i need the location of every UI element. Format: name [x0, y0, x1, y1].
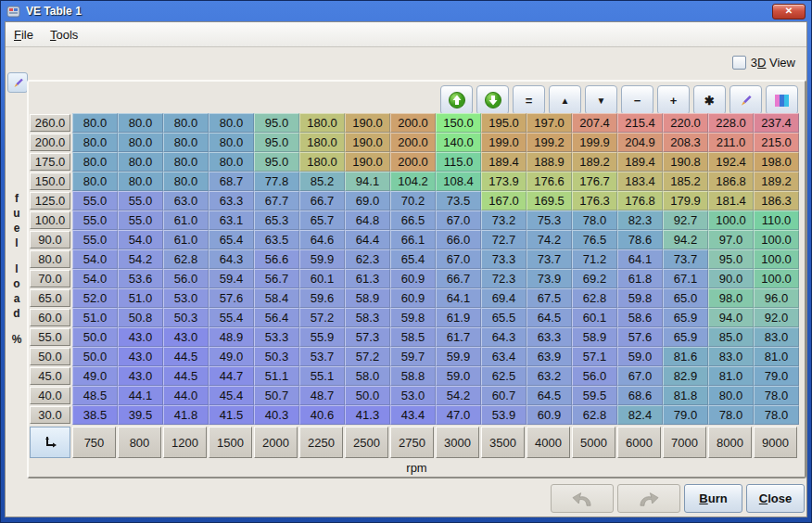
table-cell[interactable]: 55.0	[72, 191, 118, 210]
table-cell[interactable]: 80.0	[118, 152, 163, 172]
view-3d-checkbox[interactable]	[732, 56, 746, 70]
table-cell[interactable]: 48.7	[299, 386, 345, 405]
table-cell[interactable]: 67.0	[436, 249, 481, 269]
table-cell[interactable]: 80.0	[72, 113, 118, 133]
increase-value-button[interactable]: ▲	[549, 85, 581, 115]
table-cell[interactable]: 211.0	[708, 133, 754, 152]
table-cell[interactable]: 73.2	[481, 210, 527, 230]
table-cell[interactable]: 58.5	[390, 327, 436, 347]
table-cell[interactable]: 56.4	[254, 308, 299, 327]
table-cell[interactable]: 55.0	[118, 191, 163, 210]
row-header[interactable]: 175.0	[30, 153, 70, 171]
table-cell[interactable]: 67.7	[254, 191, 299, 210]
multiply-button[interactable]: ✱	[693, 85, 726, 115]
table-cell[interactable]: 95.0	[254, 113, 299, 133]
table-cell[interactable]: 53.6	[118, 269, 163, 288]
edit-cell-button[interactable]	[730, 85, 762, 115]
table-cell[interactable]: 53.3	[254, 327, 299, 347]
table-cell[interactable]: 90.0	[708, 269, 754, 288]
table-cell[interactable]: 49.0	[209, 347, 254, 366]
table-cell[interactable]: 76.5	[572, 230, 617, 249]
row-header[interactable]: 65.0	[30, 289, 70, 307]
export-table-button[interactable]	[440, 85, 473, 115]
table-cell[interactable]: 43.4	[390, 405, 436, 425]
table-cell[interactable]: 78.6	[617, 230, 663, 249]
table-cell[interactable]: 64.1	[617, 249, 663, 269]
table-cell[interactable]: 54.2	[118, 249, 163, 269]
table-cell[interactable]: 55.0	[72, 210, 118, 230]
table-cell[interactable]: 72.7	[481, 230, 527, 249]
col-header[interactable]: 2250	[299, 427, 343, 458]
table-cell[interactable]: 83.0	[754, 327, 799, 347]
table-cell[interactable]: 40.6	[299, 405, 345, 425]
table-cell[interactable]: 63.5	[254, 230, 299, 249]
table-cell[interactable]: 63.1	[209, 210, 254, 230]
table-cell[interactable]: 192.4	[708, 152, 754, 172]
table-cell[interactable]: 208.3	[663, 133, 708, 152]
table-cell[interactable]: 82.9	[663, 366, 708, 386]
table-cell[interactable]: 52.0	[72, 288, 118, 308]
decrease-value-button[interactable]: ▼	[585, 85, 617, 115]
table-cell[interactable]: 59.5	[572, 386, 617, 405]
table-cell[interactable]: 50.0	[72, 327, 118, 347]
title-bar[interactable]: VE Table 1 ✕	[1, 1, 811, 21]
table-cell[interactable]: 65.9	[663, 327, 708, 347]
table-cell[interactable]: 58.4	[254, 288, 299, 308]
table-cell[interactable]: 44.5	[163, 366, 209, 386]
table-cell[interactable]: 50.8	[118, 308, 163, 327]
table-cell[interactable]: 74.2	[527, 230, 572, 249]
table-cell[interactable]: 176.7	[572, 172, 617, 191]
table-cell[interactable]: 176.8	[617, 191, 663, 210]
table-cell[interactable]: 190.0	[345, 133, 390, 152]
row-header[interactable]: 60.0	[30, 309, 70, 326]
table-cell[interactable]: 180.0	[299, 133, 345, 152]
table-cell[interactable]: 44.5	[163, 347, 209, 366]
import-table-button[interactable]	[476, 85, 509, 115]
table-cell[interactable]: 63.9	[527, 347, 572, 366]
table-cell[interactable]: 59.0	[617, 347, 663, 366]
table-cell[interactable]: 58.3	[345, 308, 390, 327]
table-cell[interactable]: 43.0	[118, 327, 163, 347]
table-cell[interactable]: 79.0	[663, 405, 708, 425]
table-cell[interactable]: 189.4	[617, 152, 663, 172]
row-header[interactable]: 30.0	[30, 406, 70, 424]
row-header[interactable]: 125.0	[30, 192, 70, 210]
table-cell[interactable]: 190.0	[345, 113, 390, 133]
table-cell[interactable]: 58.9	[345, 288, 390, 308]
table-cell[interactable]: 75.3	[527, 210, 572, 230]
table-cell[interactable]: 54.0	[72, 249, 118, 269]
table-cell[interactable]: 167.0	[481, 191, 527, 210]
table-cell[interactable]: 228.0	[708, 113, 754, 133]
table-cell[interactable]: 69.4	[481, 288, 527, 308]
table-cell[interactable]: 59.9	[436, 347, 481, 366]
table-cell[interactable]: 80.0	[163, 152, 209, 172]
table-cell[interactable]: 58.0	[345, 366, 390, 386]
set-equal-button[interactable]: =	[513, 85, 545, 115]
table-cell[interactable]: 68.6	[617, 386, 663, 405]
table-cell[interactable]: 64.8	[345, 210, 390, 230]
table-cell[interactable]: 50.7	[254, 386, 299, 405]
table-cell[interactable]: 104.2	[390, 172, 436, 191]
table-cell[interactable]: 67.0	[436, 210, 481, 230]
table-cell[interactable]: 115.0	[436, 152, 481, 172]
table-cell[interactable]: 189.2	[754, 172, 799, 191]
table-cell[interactable]: 108.4	[436, 172, 481, 191]
table-cell[interactable]: 80.0	[72, 133, 118, 152]
table-cell[interactable]: 215.0	[754, 133, 799, 152]
table-cell[interactable]: 40.3	[254, 405, 299, 425]
color-scale-button[interactable]	[766, 85, 798, 115]
table-cell[interactable]: 80.0	[708, 386, 754, 405]
table-cell[interactable]: 66.0	[436, 230, 481, 249]
undo-button[interactable]	[551, 484, 614, 513]
table-cell[interactable]: 53.0	[390, 386, 436, 405]
table-cell[interactable]: 92.0	[754, 308, 799, 327]
table-cell[interactable]: 190.0	[345, 152, 390, 172]
table-cell[interactable]: 41.8	[163, 405, 209, 425]
swap-axes-button[interactable]	[30, 427, 70, 458]
table-cell[interactable]: 66.1	[390, 230, 436, 249]
table-cell[interactable]: 73.7	[527, 249, 572, 269]
table-cell[interactable]: 173.9	[481, 172, 527, 191]
redo-button[interactable]	[617, 484, 680, 513]
table-cell[interactable]: 59.8	[617, 288, 663, 308]
table-cell[interactable]: 94.0	[708, 308, 754, 327]
